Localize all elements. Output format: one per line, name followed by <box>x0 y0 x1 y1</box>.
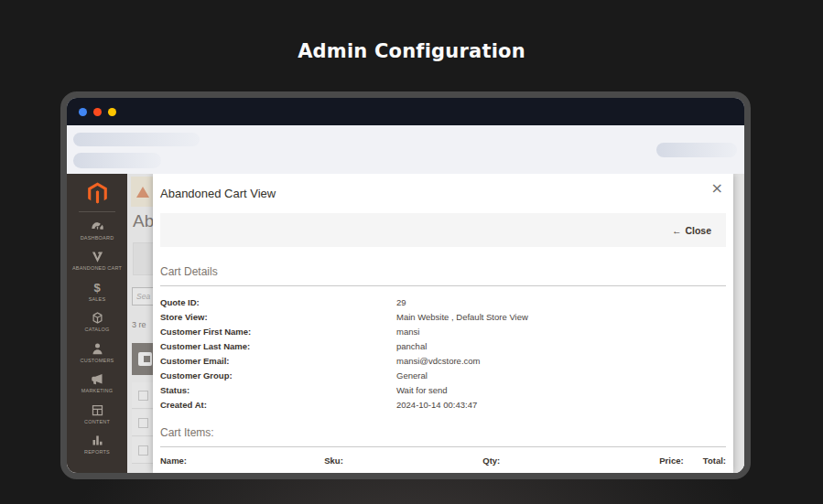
close-button-label: Close <box>685 225 711 236</box>
sales-icon: $ <box>93 281 100 295</box>
field-label: Store View: <box>160 312 396 322</box>
cart-details-fields: Quote ID: 29 Store View: Main Website , … <box>160 295 726 412</box>
window-content: DASHBOARD ABANDONED CART $ SALES <box>67 125 744 473</box>
field-label: Status: <box>160 385 396 395</box>
sidebar-item-marketing[interactable]: MARKETING <box>67 368 127 398</box>
field-row-quote-id: Quote ID: 29 <box>160 295 726 309</box>
field-label: Customer First Name: <box>160 327 396 337</box>
abandoned-cart-view-modal: Abandoned Cart View × ← Close Cart Detai… <box>153 174 733 473</box>
sidebar-item-sales[interactable]: $ SALES <box>67 276 127 306</box>
browser-window: DASHBOARD ABANDONED CART $ SALES <box>60 91 751 479</box>
sidebar-item-label: ABANDONED CART <box>72 265 122 272</box>
window-dot-red[interactable] <box>93 108 102 116</box>
field-value: Wait for send <box>396 385 726 395</box>
field-row-first-name: Customer First Name: mansi <box>160 324 726 338</box>
window-dot-blue[interactable] <box>79 108 87 116</box>
magento-logo-icon[interactable] <box>85 180 110 205</box>
field-label: Created At: <box>160 400 396 410</box>
field-row-store-view: Store View: Main Website , Default Store… <box>160 309 726 324</box>
column-header-sku: Sku: <box>324 456 482 466</box>
sidebar-item-abandoned-cart[interactable]: ABANDONED CART <box>67 245 127 275</box>
close-icon[interactable]: × <box>711 181 723 196</box>
skeleton-bar <box>73 133 200 146</box>
field-value: panchal <box>396 341 726 351</box>
cart-items-heading: Cart Items: <box>160 426 726 439</box>
admin-grid-page: Ab Sea 3 re <box>127 174 744 473</box>
sidebar-item-label: CONTENT <box>84 419 110 425</box>
modal-header: Abandoned Cart View × <box>160 174 726 201</box>
reports-icon <box>91 434 104 447</box>
window-dot-yellow[interactable] <box>108 108 116 116</box>
back-arrow-icon: ← <box>672 225 682 236</box>
field-value: 29 <box>396 297 726 307</box>
field-label: Customer Last Name: <box>160 341 396 351</box>
field-value: General <box>396 370 726 381</box>
sidebar-item-dashboard[interactable]: DASHBOARD <box>67 215 127 245</box>
modal-toolbar: ← Close <box>160 213 726 247</box>
field-label: Quote ID: <box>160 297 396 307</box>
admin-sidebar: DASHBOARD ABANDONED CART $ SALES <box>67 174 127 473</box>
content-icon <box>91 403 104 417</box>
sidebar-item-label: DASHBOARD <box>81 235 114 241</box>
column-header-price: Price: <box>641 456 683 466</box>
sidebar-item-label: CUSTOMERS <box>81 358 114 364</box>
field-value: mansi@vdcstore.com <box>396 356 726 366</box>
divider <box>160 285 726 286</box>
dashboard-icon <box>91 220 104 233</box>
customers-icon <box>91 342 104 356</box>
field-row-last-name: Customer Last Name: panchal <box>160 338 726 353</box>
column-header-name: Name: <box>160 456 324 466</box>
modal-title: Abandoned Cart View <box>160 187 276 200</box>
field-value: mansi <box>396 327 726 337</box>
field-row-status: Status: Wait for send <box>160 382 726 397</box>
skeleton-bar <box>73 153 161 168</box>
sidebar-item-reports[interactable]: REPORTS <box>67 429 127 459</box>
admin-page: DASHBOARD ABANDONED CART $ SALES <box>67 174 744 473</box>
sidebar-item-label: MARKETING <box>81 388 114 394</box>
catalog-icon <box>91 311 104 325</box>
sidebar-item-catalog[interactable]: CATALOG <box>67 306 127 337</box>
sidebar-item-customers[interactable]: CUSTOMERS <box>67 338 127 368</box>
sidebar-item-label: REPORTS <box>84 449 110 456</box>
field-value: 2024-10-14 00:43:47 <box>396 400 726 410</box>
sidebar-item-label: CATALOG <box>85 327 110 333</box>
field-label: Customer Email: <box>160 356 396 366</box>
close-button[interactable]: ← Close <box>672 225 711 236</box>
cart-details-heading: Cart Details <box>160 265 726 278</box>
column-header-total: Total: <box>684 456 726 466</box>
cart-items-table-header: Name: Sku: Qty: Price: Total: <box>160 456 726 466</box>
field-value: Main Website , Default Store View <box>396 312 726 322</box>
divider <box>160 446 726 447</box>
window-titlebar <box>67 98 744 125</box>
page-title: Admin Configuration <box>0 40 823 62</box>
field-row-group: Customer Group: General <box>160 368 726 382</box>
sidebar-item-label: SALES <box>89 296 106 303</box>
browser-chrome-skeleton <box>67 125 744 174</box>
sidebar-divider <box>79 211 115 212</box>
sidebar-item-content[interactable]: CONTENT <box>67 399 127 429</box>
field-row-created-at: Created At: 2024-10-14 00:43:47 <box>160 397 726 412</box>
field-label: Customer Group: <box>160 370 396 381</box>
abandoned-cart-icon <box>91 250 104 263</box>
field-row-email: Customer Email: mansi@vdcstore.com <box>160 353 726 368</box>
marketing-icon <box>91 372 104 386</box>
skeleton-bar <box>656 143 737 157</box>
column-header-qty: Qty: <box>482 456 641 466</box>
